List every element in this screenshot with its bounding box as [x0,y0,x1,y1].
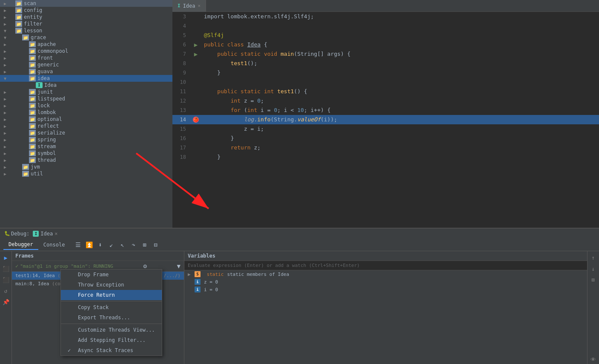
tree-item-idea[interactable]: ▼ 📁 idea [0,75,172,82]
ctx-add-stepping[interactable]: Add Stepping Filter... [61,335,162,345]
pin-icon[interactable]: 📌 [1,297,11,307]
check-placeholder [68,272,75,278]
up-arrow-icon[interactable]: ↑ [589,253,598,262]
ctx-customize-threads[interactable]: Customize Threads View... [61,325,162,335]
ctx-drop-frame[interactable]: Drop Frame [61,269,162,280]
tree-item-config[interactable]: ▶ 📁 config [0,7,172,14]
ctx-divider-1 [61,301,162,301]
expand-icon[interactable]: ▶ [188,272,193,277]
tree-item-grace[interactable]: ▼ 📁 grace [0,34,172,41]
ctx-async-stack[interactable]: ✓ Async Stack Traces [61,345,162,355]
eye-icon[interactable]: 👁 [589,355,598,364]
ctx-throw-exception[interactable]: Throw Exception [61,280,162,290]
tree-arrow: ▼ [2,35,9,40]
line-num-6: 6 [172,42,189,48]
close-tab-button[interactable]: × [198,3,201,9]
debug-icon[interactable]: 🐛 [3,230,11,238]
step-into-icon[interactable]: ↙ [106,240,116,249]
code-line-15: 15 z = i; [172,124,599,134]
run-to-cursor-icon[interactable]: ↷ [129,240,138,249]
tree-item-junit[interactable]: ▶ 📁 junit [0,89,172,95]
settings-icon[interactable]: ☰ [73,240,83,249]
code-line-7: 7 ▶ public static void main(String[] arg… [172,49,599,59]
tree-item-thread[interactable]: ▶ 📁 thread [0,157,172,163]
tree-item-serialize[interactable]: ▶ 📁 serialize [0,129,172,136]
tree-item-symbol[interactable]: ▶ 📁 symbol [0,150,172,157]
ctx-label-async: Async Stack Traces [78,347,133,353]
tree-item-apache[interactable]: ▶ 📁 apache [0,41,172,48]
down-arrow-icon[interactable]: ↓ [589,264,598,273]
step-out-icon[interactable]: ↖ [118,240,127,249]
tree-item-lesson[interactable]: ▼ 📁 lesson [0,27,172,34]
file-tab-idea[interactable]: I Idea × [172,0,206,12]
tree-arrow: ▶ [2,110,9,115]
resume-icon[interactable]: ⏫ [84,240,94,249]
tree-item-lombok[interactable]: ▶ 📁 lombok [0,109,172,116]
static-icon: S [195,271,201,277]
filter-icon[interactable]: ⚙ [143,263,146,269]
tree-arrow: ▶ [2,103,9,108]
tree-item-listspeed[interactable]: ▶ 📁 listspeed [0,95,172,102]
tree-item-stream[interactable]: ▶ 📁 stream [0,143,172,150]
tab-console[interactable]: Console [38,240,70,249]
tree-item-scan[interactable]: ▶ 📁 scan [0,0,172,7]
tree-label-apache: apache [37,41,56,47]
run-arrow-icon-7[interactable]: ▶ [194,51,198,57]
code-content-11: public static int test1() { [202,87,599,96]
ctx-export-threads[interactable]: Export Threads... [61,312,162,323]
var-item-static[interactable]: ▶ S static static members of Idea [184,270,587,278]
tree-item-lock[interactable]: ▶ 📁 lock [0,102,172,109]
tree-item-guava[interactable]: ▶ 📁 guava [0,68,172,75]
tree-arrow: ▶ [2,131,9,135]
threads-icon[interactable]: ⊟ [151,240,160,249]
variables-panel: Variables Evaluate expression (Enter) or… [184,251,587,364]
folder-icon: 📁 [29,41,36,47]
check-placeholder [68,327,75,333]
tree-item-commonpool[interactable]: ▶ 📁 commonpool [0,48,172,54]
breakpoint-marker[interactable]: 🍎 [193,117,199,123]
tree-item-jvm[interactable]: ▶ 📁 jvm [0,163,172,170]
code-lines: 3 import lombok.extern.slf4j.Slf4j; 4 5 [172,12,599,162]
check-placeholder [68,292,75,298]
debug-tab-close[interactable]: × [54,231,57,237]
run-arrow-icon[interactable]: ▶ [194,41,198,48]
tree-item-optional[interactable]: ▶ 📁 optional [0,116,172,123]
tree-item-entity[interactable]: ▶ 📁 entity [0,14,172,20]
gutter-6: ▶ [189,41,202,48]
code-line-12: 12 int z = 0; [172,96,599,106]
tree-label-commonpool: commonpool [37,48,68,54]
ctx-label-drop: Drop Frame [78,272,109,278]
dropdown-icon[interactable]: ▼ [177,263,181,269]
tree-item-spring[interactable]: ▶ 📁 spring [0,136,172,143]
step-over-icon[interactable]: ⬇ [95,240,105,249]
tree-item-generic[interactable]: ▶ 📁 generic [0,61,172,68]
ctx-label-throw: Throw Exception [78,282,124,288]
tree-item-Idea-class[interactable]: ▶ I Idea [0,82,172,89]
tree-arrow: ▶ [2,1,9,6]
var-item-z[interactable]: ▶ i z = 0 [184,278,587,286]
code-content-7: public static void main(String[] args) { [202,49,599,59]
tree-label-grace: grace [31,34,46,40]
evaluate-icon[interactable]: ⊞ [140,240,149,249]
ctx-force-return[interactable]: Force Return [61,290,162,300]
tree-item-filter[interactable]: ▶ 📁 filter [0,20,172,27]
reload-icon[interactable]: ↺ [1,286,11,295]
eval-input[interactable]: Evaluate expression (Enter) or add a wat… [184,261,587,270]
sort-icon[interactable]: ⊞ [589,275,598,284]
var-item-i[interactable]: ▶ i i = 0 [184,286,587,293]
folder-icon: 📁 [29,55,36,61]
code-content-3: import lombok.extern.slf4j.Slf4j; [202,12,599,21]
code-content-5: @Slf4j [202,31,599,40]
variables-header: Variables [184,251,587,261]
stop-icon[interactable]: ⬛ [1,264,11,273]
status-checkmark: ✓ [15,263,18,269]
tree-item-front[interactable]: ▶ 📁 front [0,54,172,61]
tree-item-util[interactable]: ▶ 📁 util [0,170,172,177]
ctx-copy-stack[interactable]: Copy Stack [61,302,162,312]
tree-item-reflect[interactable]: ▶ 📁 reflect [0,123,172,129]
code-line-11: 11 public static int test1() { [172,87,599,96]
stop-red-icon[interactable]: ⬛ [1,275,11,284]
code-content-17: return z; [202,143,599,152]
play-icon[interactable]: ▶ [1,253,11,262]
tab-debugger[interactable]: Debugger [3,240,38,250]
